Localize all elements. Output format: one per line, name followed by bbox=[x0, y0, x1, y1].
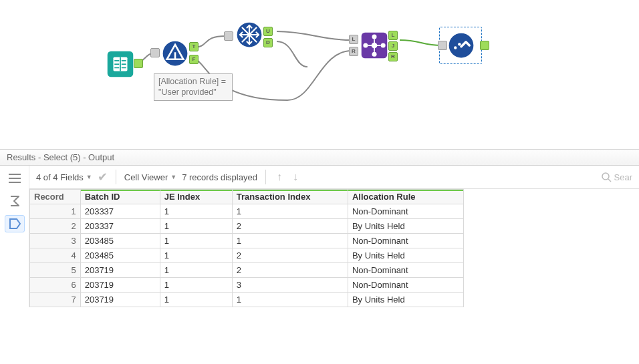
cell-batchid: 203719 bbox=[80, 278, 160, 293]
nav-down-button[interactable]: ↓ bbox=[290, 171, 301, 183]
cell-record: 2 bbox=[30, 219, 81, 234]
fields-dropdown[interactable]: 4 of 4 Fields ▼ bbox=[36, 172, 92, 182]
filter-tool-node[interactable] bbox=[159, 37, 191, 69]
search-input[interactable]: Sear bbox=[601, 172, 632, 182]
unique-tool-in-port[interactable] bbox=[224, 31, 233, 41]
cell-batchid: 203337 bbox=[80, 204, 160, 219]
canvas-wires bbox=[0, 0, 639, 149]
side-icon-tag[interactable] bbox=[5, 215, 25, 232]
nav-up-button[interactable]: ↑ bbox=[274, 171, 285, 183]
cell-record: 5 bbox=[30, 263, 81, 278]
cell-jeindex: 1 bbox=[160, 219, 232, 234]
cell-record: 7 bbox=[30, 293, 81, 307]
svg-point-13 bbox=[372, 52, 377, 57]
browse-tool-out-port[interactable] bbox=[480, 41, 489, 50]
check-icon[interactable]: ✔ bbox=[98, 170, 108, 184]
join-tool-r-out-port[interactable]: R bbox=[388, 52, 398, 61]
svg-point-20 bbox=[458, 43, 461, 45]
cell-record: 1 bbox=[30, 204, 81, 219]
join-tool-node[interactable] bbox=[358, 29, 390, 61]
table-row[interactable]: 520371912Non-Dominant bbox=[30, 263, 464, 278]
cell-batchid: 203719 bbox=[80, 263, 160, 278]
cell-jeindex: 1 bbox=[160, 278, 232, 293]
unique-tool-d-port[interactable]: D bbox=[263, 38, 273, 47]
results-title: Results - Select (5) - Output bbox=[0, 150, 639, 166]
cell-batchid: 203337 bbox=[80, 219, 160, 234]
cell-txindex: 1 bbox=[232, 234, 348, 248]
cell-batchid: 203485 bbox=[80, 248, 160, 263]
table-row[interactable]: 220333712By Units Held bbox=[30, 219, 464, 234]
side-icon-sigma[interactable] bbox=[5, 192, 25, 210]
svg-point-19 bbox=[454, 46, 457, 49]
table-row[interactable]: 620371913Non-Dominant bbox=[30, 278, 464, 293]
browse-tool-node[interactable] bbox=[445, 29, 477, 61]
table-row[interactable]: 320348511Non-Dominant bbox=[30, 234, 464, 248]
col-txindex[interactable]: Transaction Index bbox=[232, 190, 348, 204]
search-icon bbox=[601, 172, 612, 182]
caret-down-icon: ▼ bbox=[170, 174, 176, 180]
cell-allocrule: By Units Held bbox=[348, 219, 463, 234]
cell-batchid: 203485 bbox=[80, 234, 160, 248]
cell-txindex: 2 bbox=[232, 263, 348, 278]
fields-dropdown-label: 4 of 4 Fields bbox=[36, 172, 84, 182]
svg-point-12 bbox=[372, 34, 377, 39]
cell-jeindex: 1 bbox=[160, 263, 232, 278]
search-placeholder: Sear bbox=[614, 172, 632, 182]
cellviewer-dropdown[interactable]: Cell Viewer ▼ bbox=[124, 172, 176, 182]
cell-record: 4 bbox=[30, 248, 81, 263]
cell-jeindex: 1 bbox=[160, 248, 232, 263]
join-tool-j-out-port[interactable]: J bbox=[388, 41, 398, 51]
input-tool-node[interactable] bbox=[104, 48, 136, 80]
cell-allocrule: Non-Dominant bbox=[348, 204, 463, 219]
cell-txindex: 3 bbox=[232, 278, 348, 293]
table-row[interactable]: 120333711Non-Dominant bbox=[30, 204, 464, 219]
unique-tool-node[interactable] bbox=[233, 19, 265, 51]
col-batchid[interactable]: Batch ID bbox=[80, 190, 160, 204]
cellviewer-label: Cell Viewer bbox=[124, 172, 168, 182]
cell-allocrule: Non-Dominant bbox=[348, 234, 463, 248]
cell-allocrule: By Units Held bbox=[348, 293, 463, 307]
workflow-canvas[interactable]: T F [Allocation Rule] = "User provided" … bbox=[0, 0, 639, 150]
join-tool-l-out-port[interactable]: L bbox=[388, 31, 398, 40]
cell-allocrule: Non-Dominant bbox=[348, 263, 463, 278]
results-table[interactable]: Record Batch ID JE Index Transaction Ind… bbox=[29, 189, 464, 307]
cell-txindex: 2 bbox=[232, 219, 348, 234]
svg-point-14 bbox=[363, 43, 368, 48]
unique-tool-u-port[interactable]: U bbox=[263, 27, 273, 36]
table-row[interactable]: 720371911By Units Held bbox=[30, 293, 464, 307]
cell-jeindex: 1 bbox=[160, 204, 232, 219]
input-tool-out-port[interactable] bbox=[134, 59, 143, 68]
side-icon-list[interactable] bbox=[5, 170, 25, 187]
svg-line-25 bbox=[608, 179, 611, 182]
cell-batchid: 203719 bbox=[80, 293, 160, 307]
svg-point-24 bbox=[602, 173, 609, 180]
cell-jeindex: 1 bbox=[160, 293, 232, 307]
cell-record: 6 bbox=[30, 278, 81, 293]
cell-txindex: 1 bbox=[232, 293, 348, 307]
col-jeindex[interactable]: JE Index bbox=[160, 190, 232, 204]
table-row[interactable]: 420348512By Units Held bbox=[30, 248, 464, 263]
cell-record: 3 bbox=[30, 234, 81, 248]
cell-txindex: 1 bbox=[232, 204, 348, 219]
filter-annotation: [Allocation Rule] = "User provided" bbox=[154, 73, 233, 101]
cell-txindex: 2 bbox=[232, 248, 348, 263]
join-tool-r-in-port[interactable]: R bbox=[349, 47, 358, 56]
filter-tool-in-port[interactable] bbox=[150, 48, 160, 57]
join-tool-l-in-port[interactable]: L bbox=[349, 35, 358, 44]
cell-jeindex: 1 bbox=[160, 234, 232, 248]
cell-allocrule: By Units Held bbox=[348, 248, 463, 263]
col-record[interactable]: Record bbox=[30, 190, 81, 204]
results-side-icons bbox=[0, 166, 29, 307]
svg-point-15 bbox=[381, 43, 386, 48]
filter-tool-false-port[interactable]: F bbox=[189, 55, 199, 64]
col-allocrule[interactable]: Allocation Rule bbox=[348, 190, 463, 204]
cell-allocrule: Non-Dominant bbox=[348, 278, 463, 293]
records-displayed-label: 7 records displayed bbox=[182, 172, 257, 182]
caret-down-icon: ▼ bbox=[86, 174, 92, 180]
results-toolbar: 4 of 4 Fields ▼ ✔ Cell Viewer ▼ 7 record… bbox=[29, 166, 639, 189]
filter-tool-true-port[interactable]: T bbox=[189, 42, 199, 51]
